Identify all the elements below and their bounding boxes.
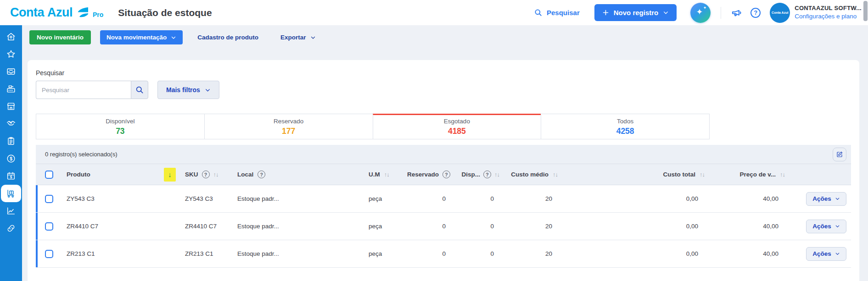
export-label: Exportar <box>280 34 306 41</box>
help-icon[interactable]: ? <box>202 171 210 178</box>
sparkle-small-icon: ✦ <box>703 6 707 10</box>
row-actions-button[interactable]: Ações <box>806 192 846 206</box>
tab-esgotado[interactable]: Esgotado 4185 <box>373 114 541 139</box>
sort-down-active-icon[interactable]: ↓ <box>164 168 176 182</box>
table-row: ZR4410 C7 ZR4410 C7 Estoque padr... peça… <box>36 213 851 240</box>
sidebar-item-home[interactable] <box>0 28 22 45</box>
row-actions-label: Ações <box>812 223 831 230</box>
global-search-link[interactable]: Pesquisar <box>534 8 580 17</box>
svg-text:$: $ <box>10 156 12 161</box>
sort-icon[interactable]: ↑↓ <box>494 171 499 178</box>
tab-disponivel[interactable]: Disponível 73 <box>36 114 204 139</box>
row-checkbox[interactable] <box>45 250 53 258</box>
sidebar-item-billing-calendar[interactable]: $ <box>0 167 22 185</box>
dollar-circle-icon: $ <box>6 154 16 164</box>
column-header-produto[interactable]: Produto ↓ <box>54 164 176 185</box>
sidebar-item-cash-register[interactable] <box>0 80 22 98</box>
sidebar-item-inbox[interactable] <box>0 63 22 80</box>
help-icon[interactable]: ? <box>258 171 265 178</box>
scrollbar-thumb[interactable] <box>863 1 868 21</box>
column-header-reservado[interactable]: Reservado ? <box>406 164 457 185</box>
column-label: U.M <box>369 171 380 178</box>
export-button[interactable]: Exportar <box>273 30 323 44</box>
link-icon <box>6 223 16 233</box>
column-header-custo-total[interactable]: Custo total ↑↓ <box>562 164 709 185</box>
sort-icon[interactable]: ↑↓ <box>384 171 389 178</box>
row-checkbox[interactable] <box>45 195 53 203</box>
handshake-icon <box>6 119 16 129</box>
edit-icon <box>836 151 843 158</box>
cell-um: peça <box>369 195 382 202</box>
chevron-down-icon <box>835 224 840 229</box>
new-inventory-button[interactable]: Novo inventário <box>29 30 91 44</box>
inbox-icon <box>6 66 16 77</box>
column-header-preco-venda[interactable]: Preço de v... ↑↓ <box>709 164 790 185</box>
sort-icon[interactable]: ↑↓ <box>700 171 705 178</box>
product-registration-button[interactable]: Cadastro de produto <box>190 30 266 44</box>
row-actions-button[interactable]: Ações <box>806 247 846 261</box>
tab-reservado[interactable]: Reservado 177 <box>204 114 373 139</box>
column-header-sku[interactable]: SKU ? ↑↓ <box>176 164 233 185</box>
sidebar-item-notes[interactable] <box>0 132 22 150</box>
chevron-down-icon <box>310 35 316 40</box>
cell-produto: ZR4410 C7 <box>67 223 98 230</box>
tab-todos[interactable]: Todos 4258 <box>541 114 709 139</box>
stock-table: Produto ↓ SKU ? ↑↓ Local ? U.M ↑↓ <box>36 164 851 268</box>
sidebar-item-reports[interactable] <box>0 202 22 220</box>
stock-status-tabs: Disponível 73 Reservado 177 Esgotado 418… <box>36 114 710 139</box>
sort-icon[interactable]: ↑↓ <box>553 171 558 178</box>
column-header-um[interactable]: U.M ↑↓ <box>365 164 406 185</box>
sidebar-item-store[interactable] <box>0 98 22 115</box>
help-icon[interactable]: ? <box>442 171 450 178</box>
row-actions-button[interactable]: Ações <box>806 220 846 233</box>
row-actions-label: Ações <box>812 250 831 257</box>
cell-preco-venda: 40,00 <box>763 223 778 230</box>
search-submit-button[interactable] <box>131 81 148 99</box>
sidebar-item-partnerships[interactable] <box>0 115 22 132</box>
sort-icon[interactable]: ↑↓ <box>780 171 785 178</box>
account-settings-link[interactable]: Configurações e plano <box>795 12 862 21</box>
topbar-divider <box>721 7 721 19</box>
sidebar-item-finance[interactable]: $ <box>0 150 22 167</box>
sidebar-item-inventory[interactable] <box>1 185 21 202</box>
new-record-label: Novo registro <box>614 9 659 17</box>
new-movement-button[interactable]: Nova movimentação <box>100 30 183 44</box>
column-label: Reservado <box>407 171 439 178</box>
help-icon[interactable]: ? <box>750 8 761 18</box>
cell-reservado: 0 <box>442 223 446 230</box>
sort-icon[interactable]: ↑↓ <box>213 171 218 178</box>
help-icon[interactable]: ? <box>483 171 491 178</box>
calendar-dollar-icon: $ <box>6 171 16 181</box>
megaphone-icon[interactable] <box>730 7 742 19</box>
sidebar-item-integrations[interactable] <box>0 220 22 237</box>
row-checkbox[interactable] <box>45 222 53 231</box>
account-block: CONTAAZUL SOFTW... Configurações e plano <box>795 4 862 21</box>
cell-um: peça <box>369 250 382 257</box>
column-header-local[interactable]: Local ? <box>233 164 365 185</box>
chevron-down-icon <box>171 35 176 40</box>
search-field-label: Pesquisar <box>36 69 851 77</box>
contaazul-logo[interactable]: Conta Azul Pro <box>10 6 103 19</box>
cell-preco-venda: 40,00 <box>763 250 778 257</box>
more-filters-button[interactable]: Mais filtros <box>157 81 219 99</box>
column-header-disponivel[interactable]: Disp... ? ↑↓ <box>457 164 505 185</box>
select-all-checkbox[interactable] <box>45 171 53 179</box>
edit-columns-button[interactable] <box>833 148 846 161</box>
svg-text:$: $ <box>10 175 12 179</box>
more-filters-label: Mais filtros <box>166 86 200 94</box>
cell-produto: ZR213 C1 <box>67 250 95 257</box>
search-input[interactable] <box>36 81 131 99</box>
column-header-custo-medio[interactable]: Custo médio ↑↓ <box>505 164 562 185</box>
ai-assistant-button[interactable]: ✦ ✦ <box>690 3 711 23</box>
page-toolbar: Novo inventário Nova movimentação Cadast… <box>29 30 859 44</box>
chevron-down-icon <box>835 251 840 256</box>
cell-reservado: 0 <box>442 195 446 202</box>
account-avatar[interactable]: Conta Azul <box>770 3 790 23</box>
new-record-button[interactable]: Novo registro <box>594 4 677 21</box>
inventory-cart-icon <box>6 188 16 198</box>
tab-count: 177 <box>282 127 295 136</box>
page-title: Situação de estoque <box>118 7 212 18</box>
sidebar-item-favorites[interactable] <box>0 45 22 63</box>
selection-count-text: 0 registro(s) selecionado(s) <box>45 151 118 158</box>
global-search-label: Pesquisar <box>547 9 580 17</box>
